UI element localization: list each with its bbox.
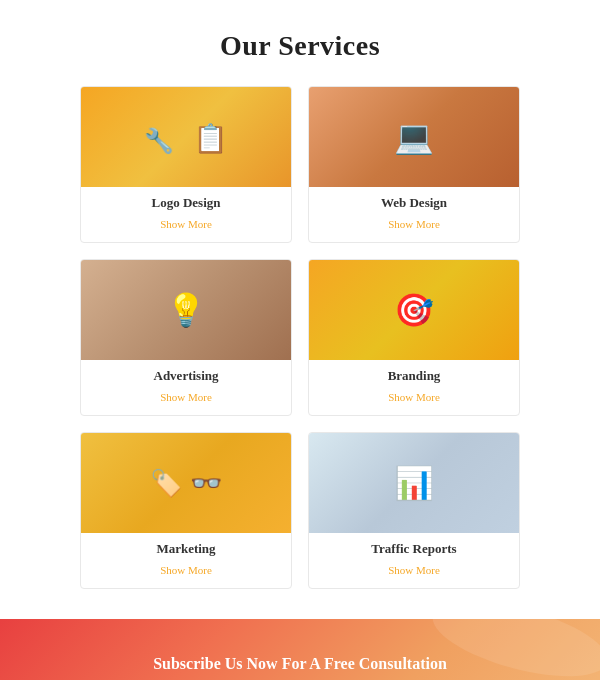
service-link-web-design[interactable]: Show More (388, 218, 440, 230)
advertising-image (81, 260, 291, 360)
service-name-advertising: Advertising (89, 368, 283, 384)
marketing-image (81, 433, 291, 533)
service-card-body: Traffic Reports Show More (309, 533, 519, 588)
service-link-traffic-reports[interactable]: Show More (388, 564, 440, 576)
service-card-body: Marketing Show More (81, 533, 291, 588)
service-card-body: Advertising Show More (81, 360, 291, 415)
services-grid: Logo Design Show More Web Design Show Mo… (80, 86, 520, 589)
service-card-marketing: Marketing Show More (80, 432, 292, 589)
service-card-traffic-reports: Traffic Reports Show More (308, 432, 520, 589)
service-card-image-traffic-reports (309, 433, 519, 533)
newsletter-title: Subscribe Us Now For A Free Consultation (20, 655, 580, 673)
service-card-branding: Branding Show More (308, 259, 520, 416)
service-card-body: Web Design Show More (309, 187, 519, 242)
service-name-logo-design: Logo Design (89, 195, 283, 211)
service-name-traffic-reports: Traffic Reports (317, 541, 511, 557)
service-card-body: Branding Show More (309, 360, 519, 415)
service-card-image-marketing (81, 433, 291, 533)
service-card-image-advertising (81, 260, 291, 360)
logo-design-image (81, 87, 291, 187)
traffic-image (309, 433, 519, 533)
service-name-marketing: Marketing (89, 541, 283, 557)
service-link-logo-design[interactable]: Show More (160, 218, 212, 230)
newsletter-section: Subscribe Us Now For A Free Consultation… (0, 619, 600, 680)
service-name-web-design: Web Design (317, 195, 511, 211)
service-link-marketing[interactable]: Show More (160, 564, 212, 576)
service-card-image-web-design (309, 87, 519, 187)
service-card-image-branding (309, 260, 519, 360)
web-design-image (309, 87, 519, 187)
service-card-image-logo-design (81, 87, 291, 187)
service-card-advertising: Advertising Show More (80, 259, 292, 416)
services-title: Our Services (80, 30, 520, 62)
branding-image (309, 260, 519, 360)
service-link-branding[interactable]: Show More (388, 391, 440, 403)
service-link-advertising[interactable]: Show More (160, 391, 212, 403)
services-section: Our Services Logo Design Show More Web D… (0, 0, 600, 619)
service-name-branding: Branding (317, 368, 511, 384)
service-card-logo-design: Logo Design Show More (80, 86, 292, 243)
service-card-web-design: Web Design Show More (308, 86, 520, 243)
service-card-body: Logo Design Show More (81, 187, 291, 242)
